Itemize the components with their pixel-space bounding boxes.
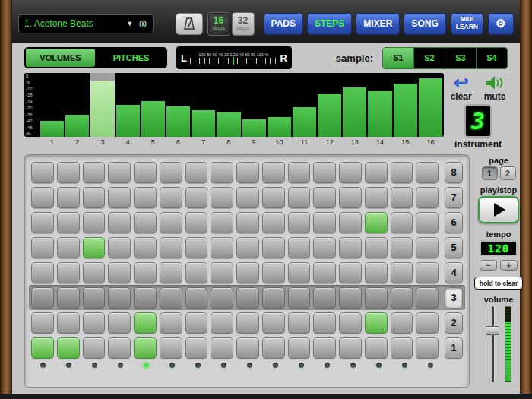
step-cell-r1-c7[interactable] — [185, 337, 208, 359]
step-cell-r7-c15[interactable] — [391, 187, 413, 208]
step-cell-r8-c1[interactable] — [31, 162, 54, 183]
fader-handle[interactable] — [486, 326, 499, 335]
page-1-button[interactable]: 1 — [482, 166, 498, 180]
step-cell-r1-c16[interactable] — [416, 337, 439, 359]
step-cell-r7-c10[interactable] — [262, 187, 285, 208]
step-cell-r8-c2[interactable] — [57, 162, 80, 183]
step-cell-r8-c5[interactable] — [134, 162, 157, 183]
step-cell-r5-c9[interactable] — [236, 237, 259, 258]
tempo-plus-button[interactable]: + — [500, 260, 518, 271]
step-cell-r5-c4[interactable] — [108, 237, 131, 258]
step-cell-r6-c6[interactable] — [160, 212, 182, 233]
volume-bar-step-13[interactable] — [343, 73, 366, 137]
step-cell-r2-c5[interactable] — [134, 312, 157, 334]
step-cell-r8-c6[interactable] — [160, 162, 182, 183]
step-cell-r4-c14[interactable] — [365, 262, 388, 283]
step-cell-r7-c16[interactable] — [416, 187, 439, 208]
step-cell-r4-c16[interactable] — [416, 262, 439, 283]
sample-s1-button[interactable]: S1 — [383, 48, 413, 68]
steps-16-toggle[interactable]: 16steps — [207, 12, 230, 36]
midi-learn-button[interactable]: MIDI LEARN — [451, 13, 483, 35]
nav-pads-button[interactable]: PADS — [264, 13, 303, 35]
nav-song-button[interactable]: SONG — [404, 13, 445, 35]
step-cell-r3-c4[interactable] — [108, 287, 131, 309]
step-cell-r7-c4[interactable] — [108, 187, 131, 208]
pan-meter[interactable]: L 100 80 60 40 20 0 20 40 60 80 100 % R — [176, 46, 292, 69]
nav-mixer-button[interactable]: MIXER — [356, 13, 400, 35]
step-cell-r6-c2[interactable] — [57, 212, 80, 233]
step-cell-r3-c15[interactable] — [391, 287, 413, 309]
step-cell-r5-c7[interactable] — [185, 237, 208, 258]
clear-button[interactable]: ↩ clear — [451, 74, 472, 102]
step-cell-r2-c14[interactable] — [365, 312, 388, 334]
step-cell-r4-c15[interactable] — [391, 262, 413, 283]
step-cell-r4-c11[interactable] — [288, 262, 311, 283]
volume-bar-step-10[interactable] — [268, 73, 291, 137]
step-cell-r8-c7[interactable] — [185, 162, 208, 183]
step-cell-r8-c15[interactable] — [391, 162, 413, 183]
step-cell-r6-c15[interactable] — [391, 212, 413, 233]
step-cell-r1-c3[interactable] — [83, 337, 106, 359]
step-cell-r7-c1[interactable] — [31, 187, 54, 208]
step-cell-r7-c8[interactable] — [211, 187, 233, 208]
step-cell-r4-c5[interactable] — [134, 262, 157, 283]
step-cell-r5-c16[interactable] — [416, 237, 439, 258]
step-cell-r5-c1[interactable] — [31, 237, 54, 258]
volume-bar-step-4[interactable] — [116, 73, 140, 137]
step-cell-r7-c5[interactable] — [134, 187, 157, 208]
row-select-button-1[interactable]: 1 — [445, 337, 463, 359]
step-cell-r5-c11[interactable] — [288, 237, 311, 258]
step-cell-r5-c5[interactable] — [134, 237, 157, 258]
step-cell-r7-c12[interactable] — [313, 187, 336, 208]
pan-indicator[interactable] — [233, 57, 234, 65]
play-stop-button[interactable] — [478, 196, 519, 223]
volume-bar-step-16[interactable] — [419, 73, 442, 137]
step-cell-r4-c2[interactable] — [57, 262, 80, 283]
step-cell-r1-c12[interactable] — [313, 337, 336, 359]
step-cell-r5-c6[interactable] — [160, 237, 182, 258]
volume-bar-step-6[interactable] — [166, 73, 190, 137]
step-cell-r4-c12[interactable] — [313, 262, 336, 283]
step-cell-r6-c14[interactable] — [365, 212, 388, 233]
step-cell-r5-c14[interactable] — [365, 237, 388, 258]
step-cell-r5-c12[interactable] — [313, 237, 336, 258]
step-cell-r1-c15[interactable] — [391, 337, 413, 359]
step-cell-r6-c9[interactable] — [236, 212, 259, 233]
step-cell-r6-c4[interactable] — [108, 212, 131, 233]
step-cell-r5-c2[interactable] — [57, 237, 80, 258]
tab-volumes[interactable]: VOLUMES — [26, 49, 95, 67]
step-cell-r3-c3[interactable] — [83, 287, 106, 309]
step-cell-r2-c11[interactable] — [288, 312, 311, 334]
step-cell-r1-c4[interactable] — [108, 337, 131, 359]
volume-bar-step-2[interactable] — [65, 73, 89, 137]
step-cell-r2-c10[interactable] — [262, 312, 285, 334]
step-cell-r5-c3[interactable] — [83, 237, 106, 258]
step-cell-r1-c10[interactable] — [262, 337, 285, 359]
volume-fader[interactable] — [486, 306, 499, 382]
nav-steps-button[interactable]: STEPS — [307, 13, 352, 35]
volume-bar-step-8[interactable] — [217, 73, 240, 137]
step-cell-r4-c7[interactable] — [185, 262, 208, 283]
step-cell-r7-c13[interactable] — [339, 187, 362, 208]
step-cell-r6-c7[interactable] — [185, 212, 208, 233]
step-cell-r4-c13[interactable] — [339, 262, 362, 283]
preset-selector[interactable]: 1. Acetone Beats ▼ ⊕ — [18, 14, 154, 33]
volume-bar-step-15[interactable] — [394, 73, 417, 137]
step-cell-r2-c3[interactable] — [83, 312, 106, 334]
step-cell-r6-c10[interactable] — [262, 212, 285, 233]
step-cell-r3-c10[interactable] — [262, 287, 285, 309]
step-cell-r2-c1[interactable] — [31, 312, 54, 334]
step-cell-r3-c6[interactable] — [160, 287, 182, 309]
step-cell-r2-c7[interactable] — [185, 312, 208, 334]
tempo-minus-button[interactable]: − — [480, 260, 497, 271]
step-cell-r8-c16[interactable] — [416, 162, 439, 183]
step-cell-r3-c5[interactable] — [134, 287, 157, 309]
step-cell-r7-c9[interactable] — [236, 187, 259, 208]
step-cell-r2-c15[interactable] — [391, 312, 413, 334]
step-cell-r6-c1[interactable] — [31, 212, 54, 233]
settings-button[interactable]: ⚙ — [488, 13, 514, 35]
step-cell-r3-c9[interactable] — [236, 287, 259, 309]
row-select-button-3[interactable]: 3 — [445, 287, 463, 309]
step-cell-r8-c11[interactable] — [288, 162, 311, 183]
step-cell-r7-c6[interactable] — [160, 187, 182, 208]
